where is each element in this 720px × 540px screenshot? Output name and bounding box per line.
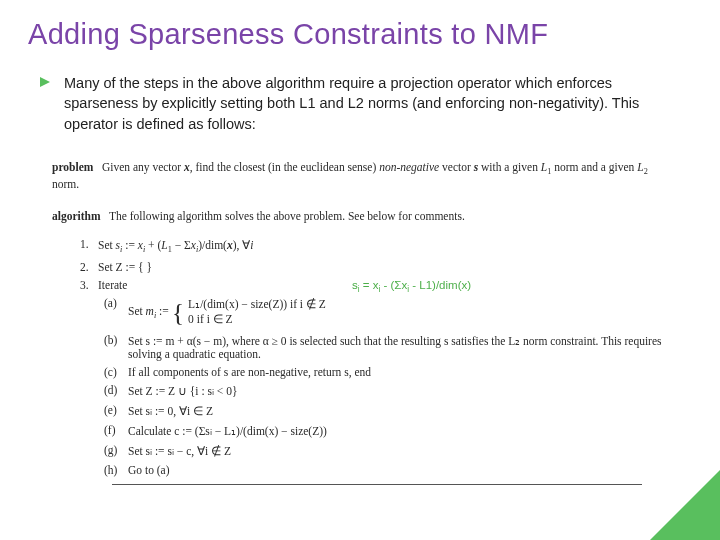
step-num-1: 1.: [80, 238, 89, 250]
substep-d: (d) Set Z := Z ∪ {i : sᵢ < 0}: [104, 384, 668, 398]
substep-letter-d: (d): [104, 384, 117, 396]
ann-eq: = x: [360, 279, 379, 291]
algorithm-block: problem Given any vector x, find the clo…: [52, 160, 668, 485]
sub-a-case1: L₁/(dim(x) − size(Z)) if i ∉ Z: [188, 297, 326, 313]
sub-b-text: Set s := m + α(s − m), where α ≥ 0 is se…: [128, 335, 662, 360]
sub-c-text: If all components of s are non-negative,…: [128, 366, 371, 378]
step1-pre: Set: [98, 239, 116, 251]
bullet-text: Many of the steps in the above algorithm…: [64, 73, 682, 134]
problem-label: problem: [52, 161, 93, 173]
substeps-list: (a) Set mi := { L₁/(dim(x) − size(Z)) if…: [104, 297, 668, 476]
problem-text-b: , find the closest (in the euclidean sen…: [190, 161, 379, 173]
step1-minus: − Σ: [172, 239, 191, 251]
step1-close: )/dim(: [198, 239, 227, 251]
problem-text-c: vector: [439, 161, 473, 173]
step2-text: Set Z := { }: [98, 261, 152, 273]
ann-tail: - L1)/dim(x): [409, 279, 471, 291]
substep-e: (e) Set sᵢ := 0, ∀i ∈ Z: [104, 404, 668, 418]
sub-a-pre: Set: [128, 305, 146, 317]
substep-c: (c) If all components of s are non-negat…: [104, 366, 668, 378]
substep-letter-a: (a): [104, 297, 117, 309]
substep-f: (f) Calculate c := (Σsᵢ − L₁)/(dim(x) − …: [104, 424, 668, 438]
algorithm-line: algorithm The following algorithm solves…: [52, 209, 668, 225]
svg-marker-0: [40, 77, 50, 87]
bullet-item: Many of the steps in the above algorithm…: [38, 73, 682, 134]
step1-assign: :=: [122, 239, 137, 251]
sub-d-text: Set Z := Z ∪ {i : sᵢ < 0}: [128, 385, 237, 397]
step1-foralli: i: [250, 239, 253, 251]
step-1: 1. Set si := xi + (L1 − Σxi)/dim(x), ∀i: [80, 238, 668, 254]
bullet-icon: [38, 75, 52, 89]
problem-text-f: norm.: [52, 178, 79, 190]
substep-letter-b: (b): [104, 334, 117, 346]
substep-g: (g) Set sᵢ := sᵢ − c, ∀i ∉ Z: [104, 444, 668, 458]
sub-e-text: Set sᵢ := 0, ∀i ∈ Z: [128, 405, 213, 417]
substep-letter-c: (c): [104, 366, 117, 378]
substep-letter-h: (h): [104, 464, 117, 476]
slide-title: Adding Sparseness Constraints to NMF: [28, 18, 692, 51]
problem-text-d: with a given: [478, 161, 541, 173]
slide: Adding Sparseness Constraints to NMF Man…: [0, 0, 720, 540]
algo-text: The following algorithm solves the above…: [109, 210, 465, 222]
brace-cases: { L₁/(dim(x) − size(Z)) if i ∉ Z 0 if i …: [172, 297, 326, 328]
problem-line: problem Given any vector x, find the clo…: [52, 160, 668, 193]
algo-label: algorithm: [52, 210, 101, 222]
sub-a-mi: m: [146, 305, 154, 317]
step1-plus: + (: [145, 239, 161, 251]
problem-text-e: norm and a given: [551, 161, 637, 173]
step1-end: ), ∀: [233, 239, 251, 251]
annotation-formula: si = xi - (Σxi - L1)/dim(x): [352, 279, 471, 294]
problem-text-a: Given any vector: [102, 161, 184, 173]
substep-b: (b) Set s := m + α(s − m), where α ≥ 0 i…: [104, 334, 668, 360]
sub-g-text: Set sᵢ := sᵢ − c, ∀i ∉ Z: [128, 445, 231, 457]
substep-letter-f: (f): [104, 424, 116, 436]
sub-a-assign: :=: [156, 305, 171, 317]
ann-rest: - (Σx: [380, 279, 407, 291]
step3-text: Iterate: [98, 279, 127, 291]
substep-letter-g: (g): [104, 444, 117, 456]
step-2: 2. Set Z := { }: [80, 261, 668, 273]
substep-a: (a) Set mi := { L₁/(dim(x) − size(Z)) if…: [104, 297, 668, 328]
step-num-3: 3.: [80, 279, 89, 291]
problem-nn: non-negative: [379, 161, 439, 173]
problem-L2b: 2: [644, 167, 648, 176]
sub-a-case2: 0 if i ∈ Z: [188, 312, 326, 328]
sub-h-text: Go to (a): [128, 464, 170, 476]
corner-accent-icon: [650, 470, 720, 540]
substep-letter-e: (e): [104, 404, 117, 416]
sub-f-text: Calculate c := (Σsᵢ − L₁)/(dim(x) − size…: [128, 425, 327, 437]
substep-h: (h) Go to (a): [104, 464, 668, 476]
left-brace-icon: {: [172, 301, 184, 324]
step-num-2: 2.: [80, 261, 89, 273]
divider: [112, 484, 642, 485]
